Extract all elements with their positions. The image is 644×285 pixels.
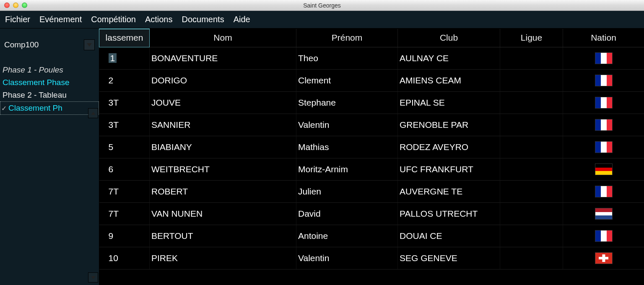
sidebar-item-phase1[interactable]: Phase 1 - Poules <box>0 64 99 76</box>
sidebar-item-label: Classement Phase <box>3 78 69 87</box>
cell-nom: SANNIER <box>150 114 296 136</box>
cell-nom: BIABIANY <box>150 136 296 158</box>
cell-ligue <box>500 158 563 181</box>
cell-nom: ROBERT <box>150 181 296 203</box>
scroll-down-button[interactable] <box>88 272 98 282</box>
table-row[interactable]: 7TROBERTJulienAUVERGNE TE <box>99 181 644 203</box>
svg-marker-2 <box>91 276 96 279</box>
results-panel: lassemen Nom Prénom Club Ligue Nation 1B… <box>99 28 644 285</box>
cell-prenom: Julien <box>296 181 398 203</box>
cell-club: AULNAY CE <box>398 47 500 70</box>
titlebar: Saint Georges <box>0 0 644 11</box>
cell-club: PALLOS UTRECHT <box>398 203 500 225</box>
cell-nation <box>563 247 644 269</box>
cell-prenom: David <box>296 203 398 225</box>
col-classement[interactable]: lassemen <box>99 29 150 47</box>
cell-nation <box>563 136 644 158</box>
flag-icon <box>595 119 613 131</box>
cell-rank: 2 <box>99 70 150 92</box>
cell-club: EPINAL SE <box>398 92 500 114</box>
menu-actions[interactable]: Actions <box>145 15 173 24</box>
cell-nation <box>563 158 644 181</box>
cell-rank: 7T <box>99 203 150 225</box>
cell-ligue <box>500 114 563 136</box>
table-row[interactable]: 2DORIGOClementAMIENS CEAM <box>99 70 644 92</box>
sidebar-item-phase2[interactable]: Phase 2 - Tableau <box>0 89 99 101</box>
cell-ligue <box>500 181 563 203</box>
flag-icon <box>595 208 613 220</box>
cell-nation <box>563 225 644 247</box>
cell-prenom: Antoine <box>296 225 398 247</box>
cell-rank: 5 <box>99 136 150 158</box>
cell-nation <box>563 47 644 70</box>
competition-select[interactable]: Comp100 <box>4 39 95 51</box>
cell-rank: 3T <box>99 92 150 114</box>
sidebar: Comp100 Phase 1 - Poules Classement Phas… <box>0 28 99 285</box>
menu-aide[interactable]: Aide <box>234 15 250 24</box>
cell-prenom: Stephane <box>296 92 398 114</box>
col-club[interactable]: Club <box>398 29 500 47</box>
menu-evenement[interactable]: Evénement <box>39 15 82 24</box>
cell-nation <box>563 114 644 136</box>
sidebar-item-label: Classement Ph <box>8 104 62 113</box>
cell-prenom: Moritz-Arnim <box>296 158 398 181</box>
cell-nom: PIREK <box>150 247 296 269</box>
sidebar-item-classement-phase1[interactable]: Classement Phase <box>0 76 99 89</box>
cell-ligue <box>500 136 563 158</box>
cell-rank: 3T <box>99 114 150 136</box>
cell-nation <box>563 203 644 225</box>
flag-icon <box>595 141 613 153</box>
menu-documents[interactable]: Documents <box>182 15 224 24</box>
sidebar-item-classement-phase2[interactable]: ✓ Classement Ph <box>0 101 99 115</box>
cell-rank: 6 <box>99 158 150 181</box>
table-row[interactable]: 7TVAN NUNENDavidPALLOS UTRECHT <box>99 203 644 225</box>
svg-marker-1 <box>91 112 96 115</box>
col-nation[interactable]: Nation <box>563 29 644 47</box>
cell-club: AUVERGNE TE <box>398 181 500 203</box>
cell-rank: 1 <box>99 47 150 70</box>
col-ligue[interactable]: Ligue <box>500 29 563 47</box>
scroll-up-button[interactable] <box>88 108 98 118</box>
window-controls <box>4 3 27 8</box>
check-icon: ✓ <box>1 104 7 112</box>
cell-club: DOUAI CE <box>398 225 500 247</box>
table-row[interactable]: 6WEITBRECHTMoritz-ArnimUFC FRANKFURT <box>99 158 644 181</box>
table-row[interactable]: 3TJOUVEStephaneEPINAL SE <box>99 92 644 114</box>
minimize-icon[interactable] <box>13 3 18 8</box>
window-title: Saint Georges <box>0 2 644 9</box>
cell-rank: 9 <box>99 225 150 247</box>
cell-nom: JOUVE <box>150 92 296 114</box>
cell-nation <box>563 70 644 92</box>
table-row[interactable]: 10PIREKValentinSEG GENEVE <box>99 247 644 269</box>
cell-nation <box>563 92 644 114</box>
cell-club: AMIENS CEAM <box>398 70 500 92</box>
cell-prenom: Valentin <box>296 247 398 269</box>
cell-ligue <box>500 47 563 70</box>
close-icon[interactable] <box>4 3 10 8</box>
cell-prenom: Valentin <box>296 114 398 136</box>
table-row[interactable]: 1BONAVENTURETheoAULNAY CE <box>99 47 644 70</box>
cell-ligue <box>500 70 563 92</box>
col-nom[interactable]: Nom <box>150 29 296 47</box>
menu-competition[interactable]: Compétition <box>91 15 136 24</box>
zoom-icon[interactable] <box>22 3 27 8</box>
flag-icon <box>595 252 613 264</box>
cell-prenom: Clement <box>296 70 398 92</box>
menu-fichier[interactable]: Fichier <box>5 15 30 24</box>
table-row[interactable]: 9BERTOUTAntoineDOUAI CE <box>99 225 644 247</box>
cell-prenom: Theo <box>296 47 398 70</box>
flag-icon <box>595 230 613 242</box>
cell-nom: VAN NUNEN <box>150 203 296 225</box>
cell-club: SEG GENEVE <box>398 247 500 269</box>
flag-icon <box>595 186 613 197</box>
cell-rank: 7T <box>99 181 150 203</box>
cell-rank: 10 <box>99 247 150 269</box>
col-prenom[interactable]: Prénom <box>296 29 398 47</box>
table-row[interactable]: 5BIABIANYMathiasRODEZ AVEYRO <box>99 136 644 158</box>
flag-icon <box>595 163 613 175</box>
results-table: lassemen Nom Prénom Club Ligue Nation 1B… <box>99 28 644 269</box>
cell-nom: WEITBRECHT <box>150 158 296 181</box>
cell-nation <box>563 181 644 203</box>
table-row[interactable]: 3TSANNIERValentinGRENOBLE PAR <box>99 114 644 136</box>
chevron-down-icon[interactable] <box>84 39 95 50</box>
